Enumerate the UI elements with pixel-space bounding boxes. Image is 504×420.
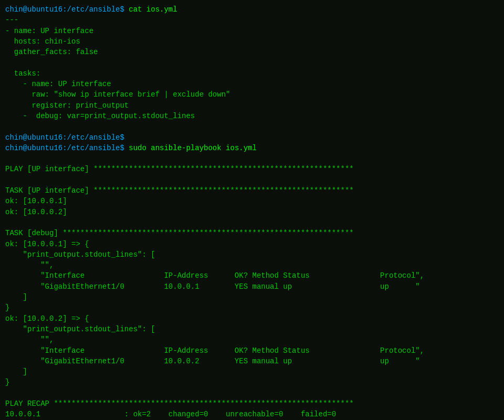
line-25: "", [5,260,499,270]
line-35: ] [5,366,499,377]
line-24: "print_output.stdout_lines": [ [5,249,499,260]
line-23: ok: [10.0.0.1] => { [5,239,499,249]
line-6 [5,57,499,68]
line-10: register: print_output [5,100,499,111]
line-9: raw: "show ip interface brief | exclude … [5,89,499,100]
line-32: "", [5,334,499,345]
line-14: chin@ubuntu16:/etc/ansible$ sudo ansible… [5,143,499,153]
line-27: "GigabitEthernet1/0 10.0.0.1 YES manual … [5,281,499,292]
line-33: "Interface IP-Address OK? Method Status … [5,345,499,356]
line-29: } [5,302,499,313]
line-2: --- [5,15,499,25]
line-1: chin@ubuntu16:/etc/ansible$ cat ios.yml [5,4,499,15]
line-26: "Interface IP-Address OK? Method Status … [5,270,499,281]
line-36: } [5,377,499,387]
line-34: "GigabitEthernet1/0 10.0.0.2 YES manual … [5,356,499,366]
line-5: gather_facts: false [5,47,499,57]
line-3: - name: UP interface [5,26,499,36]
line-8: - name: UP interface [5,79,499,89]
terminal-window[interactable]: chin@ubuntu16:/etc/ansible$ cat ios.yml … [0,0,504,420]
line-15 [5,153,499,164]
line-19: ok: [10.0.0.1] [5,196,499,206]
line-11: - debug: var=print_output.stdout_lines [5,111,499,121]
line-20: ok: [10.0.0.2] [5,207,499,217]
line-38: PLAY RECAP *****************************… [5,398,499,409]
line-31: "print_output.stdout_lines": [ [5,324,499,334]
line-37 [5,388,499,398]
line-28: ] [5,292,499,302]
line-13: chin@ubuntu16:/etc/ansible$ [5,132,499,143]
line-17 [5,175,499,185]
line-16: PLAY [UP interface] ********************… [5,164,499,174]
line-21 [5,217,499,228]
line-30: ok: [10.0.0.2] => { [5,313,499,324]
line-39: 10.0.0.1 : ok=2 changed=0 unreachable=0 … [5,409,499,419]
line-7: tasks: [5,68,499,79]
line-12 [5,121,499,132]
line-4: hosts: chin-ios [5,36,499,47]
line-18: TASK [UP interface] ********************… [5,185,499,196]
line-22: TASK [debug] ***************************… [5,228,499,238]
